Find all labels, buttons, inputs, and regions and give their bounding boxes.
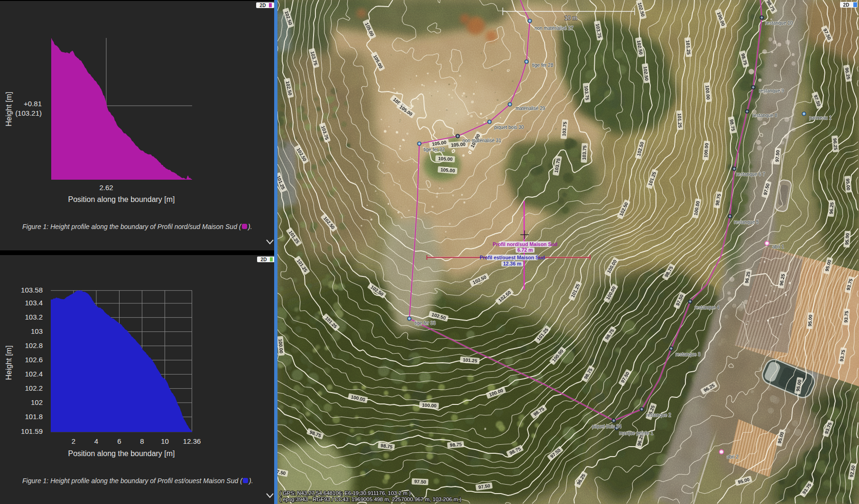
svg-text:Figure 1: Height profile along: Figure 1: Height profile along the bound… — [22, 477, 243, 485]
svg-text:restanque 5: restanque 5 — [734, 220, 759, 225]
svg-text:non matérialisé 31: non matérialisé 31 — [462, 138, 501, 143]
svg-text:Position along the boundary [m: Position along the boundary [m] — [68, 449, 175, 458]
svg-text:95.00: 95.00 — [807, 314, 813, 327]
svg-text:tige fer 32: tige fer 32 — [424, 147, 445, 152]
svg-text:96.25: 96.25 — [832, 138, 838, 150]
svg-text:( epsg:3943 - RGF93 / CC43: 19: ( epsg:3943 - RGF93 / CC43: 1969005.498 … — [279, 496, 462, 502]
svg-text:(103.21): (103.21) — [15, 109, 42, 117]
svg-text:93.75: 93.75 — [843, 311, 849, 323]
svg-text:10: 10 — [161, 437, 169, 445]
svg-text:marque peinte 1: marque peinte 1 — [619, 431, 654, 436]
svg-text:95.00: 95.00 — [845, 178, 851, 191]
svg-text:6: 6 — [117, 437, 121, 445]
svg-text:Height [m]: Height [m] — [5, 346, 13, 380]
svg-text:2.62: 2.62 — [99, 183, 113, 192]
svg-text:8: 8 — [140, 437, 144, 445]
svg-text:97.50: 97.50 — [774, 150, 780, 162]
svg-text:restanque 4: restanque 4 — [694, 305, 720, 310]
svg-text:96.25: 96.25 — [828, 202, 834, 214]
svg-text:restanque 8: restanque 8 — [752, 113, 777, 118]
svg-text:).: ). — [247, 223, 252, 230]
svg-text:103.4: 103.4 — [25, 299, 43, 307]
svg-text:102.2: 102.2 — [25, 384, 43, 392]
svg-text:105.00: 105.00 — [438, 156, 453, 162]
svg-text:2D: 2D — [843, 2, 850, 8]
svg-text:103.2: 103.2 — [25, 313, 43, 321]
svg-text:restanque 2: restanque 2 — [646, 412, 671, 418]
svg-text:Height [m]: Height [m] — [5, 92, 13, 127]
svg-text:Profil nord/sud Maison Sud: Profil nord/sud Maison Sud — [493, 241, 558, 247]
svg-text:101.59: 101.59 — [21, 427, 43, 435]
svg-text:103.58: 103.58 — [21, 286, 43, 294]
svg-text:6.72 m: 6.72 m — [517, 247, 533, 253]
svg-text:restanque 6 7: restanque 6 7 — [736, 172, 766, 177]
svg-text:97.50: 97.50 — [414, 479, 426, 485]
svg-text:panneau 1: panneau 1 — [809, 115, 832, 120]
svg-text:102.8: 102.8 — [25, 341, 43, 349]
svg-text:102: 102 — [31, 398, 43, 406]
svg-text:( GPS: N43,27,54.648106; E6,19: ( GPS: N43,27,54.648106; E6,19,30.911176… — [279, 490, 411, 496]
svg-text:2D: 2D — [261, 257, 267, 262]
svg-text:tige fer 33: tige fer 33 — [415, 321, 436, 326]
svg-text:98.75: 98.75 — [450, 441, 462, 448]
svg-text:abri 1: abri 1 — [772, 244, 784, 249]
svg-text:103.75: 103.75 — [582, 145, 588, 160]
svg-text:Figure 1: Height profile along: Figure 1: Height profile along the bound… — [22, 223, 242, 230]
svg-text:2: 2 — [72, 437, 75, 445]
svg-text:restanque 9: restanque 9 — [759, 88, 784, 93]
svg-text:abri 2: abri 2 — [727, 454, 739, 459]
svg-text:102.6: 102.6 — [25, 356, 43, 364]
svg-text:Position along the boundary [m: Position along the boundary [m] — [68, 195, 175, 203]
svg-text:Profil est/ouest Maison Sud: Profil est/ouest Maison Sud — [480, 255, 545, 260]
svg-text:101.25: 101.25 — [677, 113, 683, 128]
svg-text:102.4: 102.4 — [25, 370, 43, 378]
svg-text:).: ). — [248, 477, 253, 485]
svg-text:12.36 m: 12.36 m — [503, 261, 522, 266]
svg-text:95.00: 95.00 — [844, 233, 850, 245]
svg-text:restanque 10: restanque 10 — [765, 20, 793, 26]
svg-text:piquet bois 30: piquet bois 30 — [494, 125, 524, 130]
svg-text:2D: 2D — [260, 3, 266, 8]
svg-text:tige fer 28: tige fer 28 — [532, 63, 554, 68]
svg-text:4: 4 — [94, 437, 98, 445]
svg-text:10 m: 10 m — [564, 15, 577, 21]
svg-text:matérialisé 29: matérialisé 29 — [516, 106, 545, 111]
svg-text:12.36: 12.36 — [183, 437, 201, 445]
svg-text:non matérialisé 27: non matérialisé 27 — [535, 26, 573, 31]
svg-text:101.8: 101.8 — [25, 412, 43, 421]
svg-text:restanque 3: restanque 3 — [675, 352, 701, 357]
svg-text:100.00: 100.00 — [422, 403, 437, 409]
svg-text:103: 103 — [31, 327, 43, 335]
svg-text:piquet bois 34: piquet bois 34 — [592, 424, 622, 429]
svg-text:+0.81: +0.81 — [24, 100, 42, 108]
